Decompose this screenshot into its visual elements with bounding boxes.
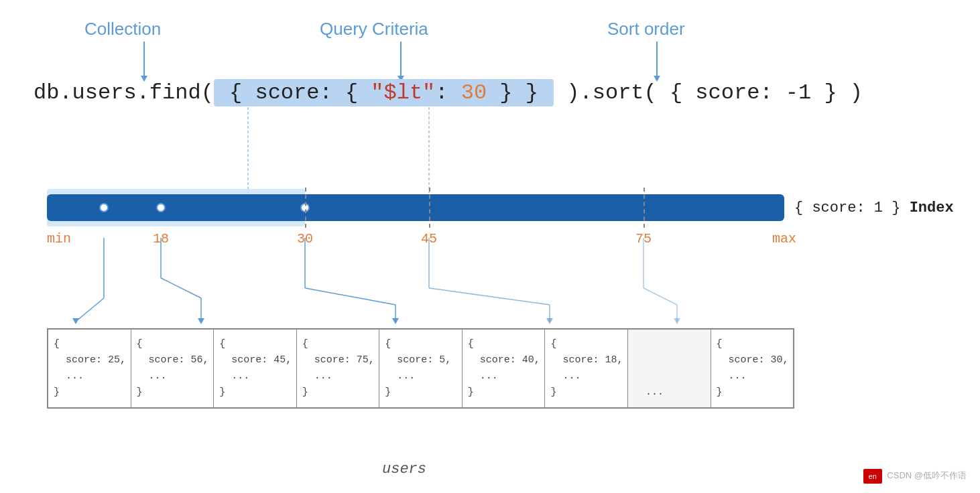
svg-line-21	[429, 288, 550, 305]
svg-line-13	[161, 278, 201, 298]
doc-text-3: { score: 45, ... }	[219, 338, 292, 398]
doc-cell-2: { score: 56, ... }	[131, 330, 215, 407]
diagram-svg	[0, 0, 980, 493]
dashed-30	[305, 188, 306, 228]
code-suffix: ).sort( { score: -1 } )	[554, 80, 863, 105]
label-collection: Collection	[84, 19, 161, 40]
index-word: Index	[910, 200, 954, 216]
watermark: en CSDN @低吟不作语	[863, 469, 967, 484]
doc-cell-5: { score: 5, ... }	[379, 330, 463, 407]
code-line: db.users.find( { score: { "$lt": 30 } } …	[34, 80, 863, 105]
svg-line-10	[76, 298, 104, 322]
doc-cell-4: { score: 75, ... }	[297, 330, 380, 407]
svg-marker-15	[198, 318, 204, 324]
scale-min: min	[47, 231, 71, 246]
doc-cell-3: { score: 45, ... }	[214, 330, 297, 407]
svg-marker-23	[546, 318, 553, 324]
doc-text-4: { score: 75, ... }	[302, 338, 375, 398]
doc-text-5: { score: 5, ... }	[385, 338, 451, 398]
doc-cell-7: { score: 18, ... }	[545, 330, 628, 407]
scale-75: 75	[635, 231, 652, 246]
doc-text-9: { score: 30, ... }	[717, 338, 789, 398]
doc-cell-9: { score: 30, ... }	[711, 330, 794, 407]
scale-30: 30	[297, 231, 313, 246]
doc-text-8: ...	[633, 386, 664, 398]
scale-45: 45	[421, 231, 437, 246]
doc-text-6: { score: 40, ... }	[468, 338, 540, 398]
index-code: { score: 1 }	[794, 200, 910, 216]
dashed-45	[429, 188, 430, 228]
doc-text-2: { score: 56, ... }	[137, 338, 209, 398]
scale-max: max	[772, 231, 796, 246]
code-highlight: { score: { "$lt": 30 } }	[214, 79, 554, 107]
scale-18: 18	[153, 231, 169, 246]
csdn-icon: en	[863, 469, 882, 484]
circle-18	[156, 203, 166, 212]
svg-line-25	[644, 288, 677, 305]
doc-grid: { score: 25, ... } { score: 56, ... } { …	[47, 328, 794, 409]
watermark-text: CSDN @低吟不作语	[887, 470, 967, 480]
circle-min	[99, 203, 109, 212]
svg-marker-11	[72, 318, 79, 324]
svg-marker-19	[392, 318, 399, 324]
doc-text-7: { score: 18, ... }	[550, 338, 623, 398]
svg-line-17	[305, 288, 395, 305]
index-label: { score: 1 } Index	[794, 200, 954, 216]
doc-cell-8: ...	[628, 330, 711, 407]
code-prefix: db.users.find(	[34, 80, 214, 105]
doc-cell-6: { score: 40, ... }	[463, 330, 546, 407]
main-container: Collection Query Criteria Sort order	[0, 0, 980, 493]
doc-cell-1: { score: 25, ... }	[48, 330, 131, 407]
dashed-75	[644, 188, 645, 228]
svg-marker-27	[674, 318, 680, 324]
users-label: users	[382, 461, 426, 478]
doc-text-1: { score: 25, ... }	[54, 338, 126, 398]
label-sort: Sort order	[607, 19, 685, 40]
label-query: Query Criteria	[320, 19, 428, 40]
